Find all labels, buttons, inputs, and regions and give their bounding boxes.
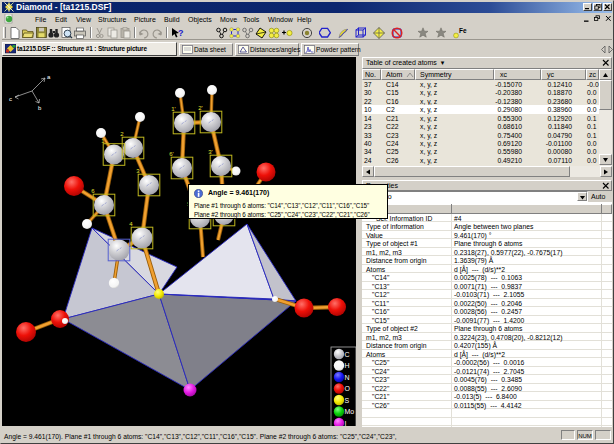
svg-text:Fe: Fe [459, 27, 467, 34]
svg-text:c: c [9, 96, 12, 102]
svg-text:6': 6' [169, 151, 173, 157]
svg-text:?: ? [178, 28, 184, 38]
svg-text:Mo: Mo [345, 408, 355, 415]
svg-text:H: H [345, 362, 350, 369]
svg-text:3: 3 [136, 168, 140, 174]
svg-text:O: O [345, 385, 351, 392]
svg-text:3': 3' [208, 149, 212, 155]
svg-text:2': 2' [198, 105, 202, 111]
svg-text:S: S [345, 397, 350, 404]
svg-text:2: 2 [120, 131, 124, 137]
svg-text:I: I [345, 420, 347, 427]
svg-text:b: b [38, 105, 42, 111]
svg-text:6: 6 [91, 188, 95, 194]
svg-text:4: 4 [129, 221, 133, 227]
svg-text:N: N [345, 374, 350, 381]
svg-text:a: a [47, 74, 51, 80]
svg-text:C: C [345, 351, 350, 358]
svg-text:1': 1' [171, 106, 175, 112]
